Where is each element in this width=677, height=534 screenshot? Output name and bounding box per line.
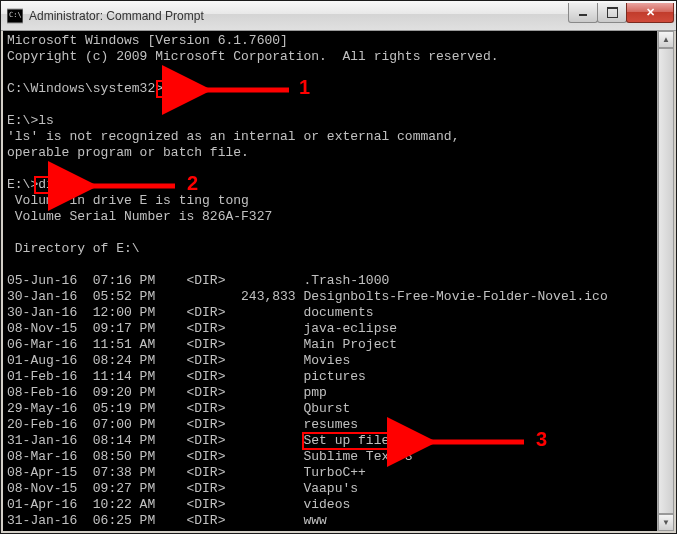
scroll-up-button[interactable]: ▲: [658, 31, 674, 48]
scroll-down-button[interactable]: ▼: [658, 514, 674, 531]
maximize-button[interactable]: [597, 3, 627, 23]
terminal-output[interactable]: Microsoft Windows [Version 6.1.7600] Cop…: [1, 31, 676, 533]
window-controls: [569, 3, 674, 23]
scroll-track[interactable]: [658, 48, 674, 514]
titlebar[interactable]: C:\ Administrator: Command Prompt: [1, 1, 676, 31]
scrollbar-vertical[interactable]: ▲ ▼: [657, 31, 674, 531]
scroll-thumb[interactable]: [658, 48, 674, 514]
command-prompt-window: C:\ Administrator: Command Prompt Micros…: [0, 0, 677, 534]
minimize-button[interactable]: [568, 3, 598, 23]
svg-text:C:\: C:\: [9, 11, 22, 19]
command-prompt-icon: C:\: [7, 8, 23, 24]
close-button[interactable]: [626, 3, 674, 23]
window-title: Administrator: Command Prompt: [29, 9, 569, 23]
